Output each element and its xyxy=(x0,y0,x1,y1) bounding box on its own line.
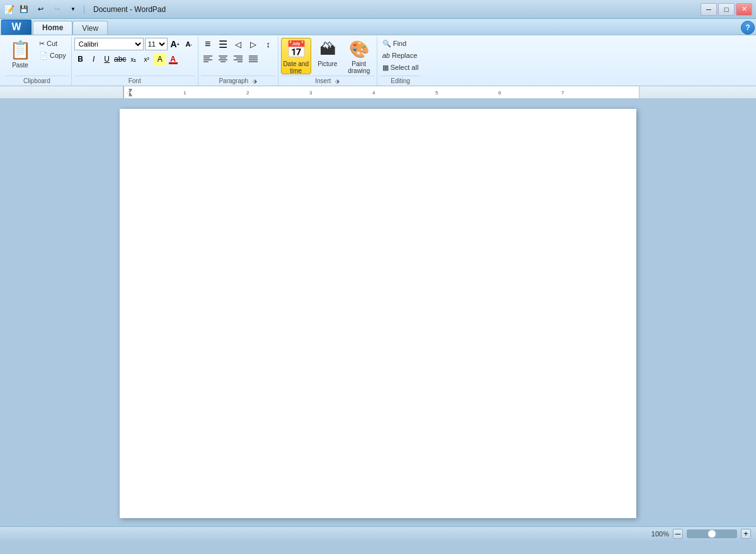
font-format-row: B I U abc x₂ x² A A xyxy=(74,53,180,65)
para-row2 xyxy=(201,53,260,65)
font-group-label: Font xyxy=(74,76,195,86)
close-button[interactable]: ✕ xyxy=(736,3,752,16)
bullets-button[interactable]: ≡ xyxy=(201,38,215,50)
font-color-button[interactable]: A xyxy=(167,53,180,65)
svg-text:4: 4 xyxy=(372,90,375,96)
app-icon: 📝 xyxy=(4,4,14,14)
cut-button[interactable]: ✂ Cut xyxy=(37,38,69,49)
picture-button[interactable]: 🏔 Picture xyxy=(312,38,343,74)
paragraph-label-text: Paragraph xyxy=(219,77,248,84)
tab-bar: W Home View ? xyxy=(0,19,756,35)
quick-redo-icon[interactable]: ↪ xyxy=(50,4,64,15)
shrink-font-button[interactable]: A- xyxy=(183,38,195,50)
select-all-button[interactable]: ▦ Select all xyxy=(380,62,421,73)
paste-button-wrap: 📋 Paste xyxy=(5,38,35,74)
numbering-button[interactable]: ☰ xyxy=(216,38,230,50)
clipboard-group: 📋 Paste ✂ Cut 📄 Copy xyxy=(3,37,72,86)
font-color-bar xyxy=(169,62,178,64)
insert-group-label: Insert ⬗ xyxy=(281,76,374,86)
svg-text:1: 1 xyxy=(183,90,186,96)
document-scroll-area[interactable] xyxy=(0,99,756,526)
insert-expand-icon[interactable]: ⬗ xyxy=(335,78,340,84)
quick-customize-icon[interactable]: ▼ xyxy=(66,4,80,15)
quick-save-icon[interactable]: 💾 xyxy=(17,4,31,15)
select-icon: ▦ xyxy=(382,64,389,72)
editing-group: 🔍 Find ab Replace ▦ Select all Editi xyxy=(377,37,424,86)
zoom-slider[interactable] xyxy=(687,529,737,538)
align-left-button[interactable] xyxy=(201,53,215,65)
paragraph-group-content: ≡ ☰ ◁ ▷ ↕ xyxy=(201,38,275,74)
editing-group-label: Editing xyxy=(380,76,421,86)
zoom-in-button[interactable]: + xyxy=(741,529,751,539)
insert-group-content: 📅 Date andtime 🏔 Picture 🎨 Paintdrawing xyxy=(281,38,374,74)
wordpad-menu-icon: W xyxy=(11,21,21,33)
help-button[interactable]: ? xyxy=(741,21,755,35)
decrease-indent-button[interactable]: ◁ xyxy=(231,38,245,50)
quick-undo-icon[interactable]: ↩ xyxy=(33,4,47,15)
highlight-icon: A xyxy=(158,55,163,64)
zoom-out-button[interactable]: ─ xyxy=(673,529,683,539)
superscript-button[interactable]: x² xyxy=(140,53,153,65)
replace-icon: ab xyxy=(382,52,390,59)
main-layout: W Home View ? 📋 Paste xyxy=(0,19,756,540)
replace-button[interactable]: ab Replace xyxy=(380,50,421,61)
title-bar-left: 📝 💾 ↩ ↪ ▼ Document - WordPad xyxy=(4,4,166,15)
clipboard-group-label: Clipboard xyxy=(5,76,69,86)
date-time-button[interactable]: 📅 Date andtime xyxy=(281,38,311,74)
maximize-button[interactable]: □ xyxy=(718,3,735,16)
tab-view-label: View xyxy=(82,24,98,33)
svg-text:6: 6 xyxy=(498,90,501,96)
ruler-inner: ·1 1 2 3 4 5 6 7 xyxy=(123,86,639,98)
strikethrough-button[interactable]: abc xyxy=(114,53,127,65)
find-icon: 🔍 xyxy=(382,40,391,48)
cut-label: Cut xyxy=(47,40,57,47)
wordpad-menu-button[interactable]: W xyxy=(1,20,32,35)
tab-home-label: Home xyxy=(42,23,63,32)
insert-group: 📅 Date andtime 🏔 Picture 🎨 Paintdrawing xyxy=(278,37,377,86)
picture-label: Picture xyxy=(318,60,337,67)
font-group: Calibri Arial Times New Roman 891011 121… xyxy=(72,37,198,86)
font-name-select[interactable]: Calibri Arial Times New Roman xyxy=(74,38,144,50)
ribbon: 📋 Paste ✂ Cut 📄 Copy xyxy=(0,35,756,86)
insert-label-text: Insert xyxy=(315,77,331,84)
font-size-select[interactable]: 891011 121416 xyxy=(145,38,168,50)
svg-text:3: 3 xyxy=(309,90,312,96)
subscript-button[interactable]: x₂ xyxy=(127,53,140,65)
zoom-slider-thumb xyxy=(707,529,716,538)
line-spacing-button[interactable]: ↕ xyxy=(261,38,275,50)
svg-text:2: 2 xyxy=(246,90,249,96)
paste-button[interactable]: 📋 Paste xyxy=(5,38,35,74)
increase-indent-button[interactable]: ▷ xyxy=(246,38,260,50)
find-label: Find xyxy=(393,40,406,47)
font-group-content: Calibri Arial Times New Roman 891011 121… xyxy=(74,38,195,74)
window-controls: ─ □ ✕ xyxy=(701,3,752,16)
paint-label: Paintdrawing xyxy=(348,60,370,74)
select-all-label: Select all xyxy=(391,64,419,71)
underline-button[interactable]: U xyxy=(101,53,113,65)
paint-drawing-button[interactable]: 🎨 Paintdrawing xyxy=(344,38,374,74)
status-bar: 100% ─ + xyxy=(0,526,756,540)
editing-group-content: 🔍 Find ab Replace ▦ Select all xyxy=(380,38,421,74)
separator xyxy=(84,5,84,14)
paste-icon: 📋 xyxy=(9,40,32,60)
justify-button[interactable] xyxy=(246,53,260,65)
zoom-percent: 100% xyxy=(651,530,669,538)
italic-button[interactable]: I xyxy=(88,53,100,65)
cut-icon: ✂ xyxy=(39,40,45,48)
minimize-button[interactable]: ─ xyxy=(701,3,717,16)
paint-icon: 🎨 xyxy=(349,40,369,59)
copy-icon: 📄 xyxy=(39,52,48,60)
find-button[interactable]: 🔍 Find xyxy=(380,38,421,49)
document-page[interactable] xyxy=(120,109,636,518)
highlight-button[interactable]: A xyxy=(154,53,166,65)
copy-button[interactable]: 📄 Copy xyxy=(37,50,69,61)
cut-copy-col: ✂ Cut 📄 Copy xyxy=(37,38,69,61)
tab-home[interactable]: Home xyxy=(33,21,72,35)
tab-view[interactable]: View xyxy=(72,21,108,35)
grow-font-button[interactable]: A+ xyxy=(169,38,181,50)
bold-button[interactable]: B xyxy=(74,53,87,65)
align-right-button[interactable] xyxy=(231,53,245,65)
paragraph-expand-icon[interactable]: ⬗ xyxy=(253,78,257,84)
editing-col: 🔍 Find ab Replace ▦ Select all xyxy=(380,38,421,73)
align-center-button[interactable] xyxy=(216,53,230,65)
